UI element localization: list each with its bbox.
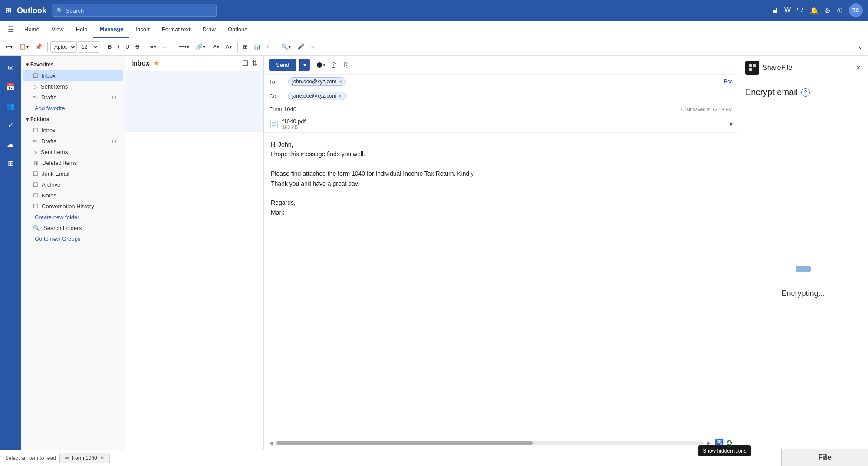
archive-icon: ☐ <box>33 181 38 188</box>
notification-icon[interactable]: ① <box>837 7 843 15</box>
sidebar-mail-icon[interactable]: ✉ <box>3 60 18 75</box>
create-folder-link[interactable]: Create new folder <box>21 212 125 223</box>
app-name: Outlook <box>17 6 46 15</box>
gear-icon[interactable]: ⚙ <box>825 7 831 15</box>
hyperlink-button[interactable]: ↗▾ <box>209 42 222 52</box>
favorites-section[interactable]: ▾ Favorites <box>21 59 125 70</box>
font-name-select[interactable]: Aptos <box>50 41 77 53</box>
filter-icon[interactable]: ☐ <box>242 59 248 67</box>
cc-email-1-remove[interactable]: ✕ <box>338 93 342 99</box>
bold-button[interactable]: B <box>105 42 114 52</box>
form-tab-close[interactable]: ✕ <box>100 455 104 461</box>
attachment-expand-icon[interactable]: ▾ <box>729 120 733 128</box>
taskbar-file-label: File <box>818 453 832 462</box>
tab-draw[interactable]: Draw <box>197 21 222 38</box>
sort-icon[interactable]: ⇅ <box>252 59 257 67</box>
sidebar-people-icon[interactable]: 👥 <box>3 98 18 114</box>
drafts-icon: ✏ <box>33 94 38 101</box>
circle-button[interactable]: ○ <box>264 42 273 52</box>
attachment-row: 📄 f1040.pdf 163 KB ▾ <box>264 115 738 133</box>
bcc-link[interactable]: Bcc <box>724 79 733 85</box>
search2-button[interactable]: 🔍▾ <box>279 42 294 52</box>
cc-field-content: jane.doe@xyz.com ✕ <box>288 92 733 100</box>
send-button[interactable]: Send <box>269 59 296 71</box>
sidebar-item-conversation[interactable]: ☐ Conversation History <box>23 201 123 212</box>
strikethrough-button[interactable]: S <box>133 42 142 52</box>
tab-home[interactable]: Home <box>18 21 46 38</box>
mic-button[interactable]: 🎤 <box>295 42 307 52</box>
send-dropdown[interactable]: ▾ <box>299 59 310 71</box>
search-box[interactable]: 🔍 Search <box>52 4 217 17</box>
avatar[interactable]: TC <box>849 3 863 17</box>
chart-button[interactable]: 📊 <box>251 42 263 52</box>
sidebar-item-search-folders[interactable]: 🔍 Search Folders <box>23 223 123 233</box>
sidebar-item-drafts[interactable]: ✏ Drafts 11 <box>23 136 123 147</box>
underline-button[interactable]: U <box>123 42 132 52</box>
word-icon[interactable]: W <box>784 7 791 14</box>
more2-button[interactable]: ··· <box>308 42 318 52</box>
sidebar-tasks-icon[interactable]: ✓ <box>3 117 18 133</box>
to-field-content: john.doe@xyz.com ✕ <box>288 77 720 86</box>
importance-dropdown[interactable]: ▾ <box>323 62 326 68</box>
pop-out-icon[interactable]: ⎘ <box>342 59 350 70</box>
italic-button[interactable]: I <box>115 42 122 52</box>
inbox-star[interactable]: ★ <box>153 59 159 67</box>
tab-view[interactable]: View <box>46 21 70 38</box>
pin-button[interactable]: 📌 <box>33 42 45 52</box>
body-line5: Thank you and have a great day. <box>271 179 731 188</box>
grid-icon[interactable]: ⊞ <box>5 6 12 15</box>
sidebar-item-junk[interactable]: ☐ Junk Email <box>23 168 123 179</box>
svg-rect-0 <box>749 64 752 67</box>
sidebar-item-notes[interactable]: ☐ Notes <box>23 190 123 201</box>
sidebar-item-inbox-favorite[interactable]: ☐ Inbox <box>23 70 123 81</box>
sidebar-item-archive[interactable]: ☐ Archive <box>23 179 123 190</box>
format-more-1[interactable]: ⟿▾ <box>176 42 192 52</box>
monitor-icon[interactable]: 🖥 <box>771 7 778 14</box>
sidebar-apps-icon[interactable]: ⊞ <box>3 155 18 171</box>
tab-help[interactable]: Help <box>70 21 94 38</box>
undo-button[interactable]: ↩▾ <box>3 42 16 52</box>
search-placeholder: Search <box>66 7 84 14</box>
cc-email-tag-1[interactable]: jane.doe@xyz.com ✕ <box>288 92 346 100</box>
sidebar-item-sent-favorite[interactable]: ▷ Sent Items <box>23 81 123 92</box>
sidebar-calendar-icon[interactable]: 📅 <box>3 79 18 95</box>
subject-text[interactable]: Form 1040 <box>269 106 681 112</box>
sidebar-cloud-icon[interactable]: ☁ <box>3 136 18 152</box>
tab-insert[interactable]: Insert <box>129 21 156 38</box>
bullets-button[interactable]: ≡▾ <box>148 42 159 52</box>
sharefile-taskbar: File <box>781 449 868 466</box>
clipboard-button[interactable]: 📋▾ <box>16 42 32 52</box>
color-button[interactable]: A▾ <box>223 42 235 52</box>
to-email-tag-1[interactable]: john.doe@xyz.com ✕ <box>288 77 346 86</box>
sf-logo <box>745 61 759 75</box>
go-to-groups-link[interactable]: Go to new Groups <box>21 233 125 244</box>
sf-close-icon[interactable]: ✕ <box>855 64 861 72</box>
table-button[interactable]: ⊞ <box>240 42 250 52</box>
tab-message[interactable]: Message <box>93 21 129 38</box>
folders-section[interactable]: ▾ Folders <box>21 114 125 125</box>
expand-button[interactable]: ⌄ <box>855 42 865 52</box>
sidebar-item-drafts-favorite[interactable]: ✏ Drafts 11 <box>23 92 123 103</box>
tab-format-text[interactable]: Format text <box>156 21 197 38</box>
sidebar-item-inbox[interactable]: ☐ Inbox <box>23 125 123 136</box>
attachment-size: 163 KB <box>282 125 306 130</box>
email-body[interactable]: Hi John, I hope this message finds you w… <box>264 133 738 436</box>
form-1040-tab[interactable]: ✏ Form 1040 ✕ <box>59 453 110 463</box>
sidebar-item-deleted[interactable]: 🗑 Deleted Items <box>23 158 123 168</box>
shield-icon[interactable]: 🛡 <box>797 7 804 14</box>
sf-help-icon[interactable]: ? <box>801 88 810 97</box>
email-item-1[interactable] <box>125 71 263 132</box>
tab-options[interactable]: Options <box>222 21 253 38</box>
to-email-1-remove[interactable]: ✕ <box>338 79 342 85</box>
delete-compose-icon[interactable]: 🗑 <box>329 59 339 70</box>
link-button[interactable]: 🔗▾ <box>193 42 208 52</box>
add-favorite-link[interactable]: Add favorite <box>21 103 125 114</box>
divider-4 <box>173 42 173 52</box>
scroll-track[interactable] <box>276 441 704 445</box>
scroll-left-icon[interactable]: ◀ <box>269 440 273 446</box>
hamburger-icon[interactable]: ☰ <box>3 23 18 36</box>
bell-icon[interactable]: 🔔 <box>810 7 819 15</box>
sidebar-item-sent[interactable]: ▷ Sent Items <box>23 147 123 158</box>
more-button[interactable]: ··· <box>160 42 170 52</box>
font-size-select[interactable]: 12 <box>78 41 99 53</box>
